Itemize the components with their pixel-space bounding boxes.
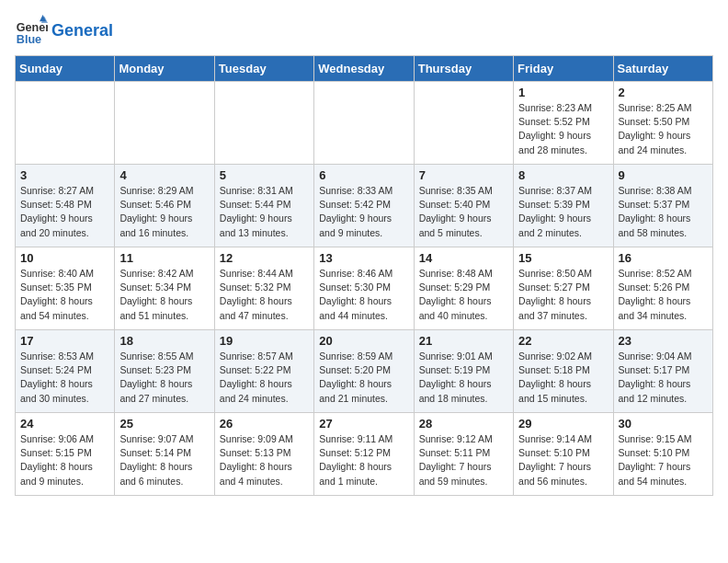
- day-info: Sunrise: 9:06 AM Sunset: 5:15 PM Dayligh…: [20, 432, 109, 488]
- calendar-week-row: 17Sunrise: 8:53 AM Sunset: 5:24 PM Dayli…: [16, 330, 713, 413]
- logo-icon: General Blue: [15, 15, 48, 48]
- calendar-cell: [414, 82, 513, 165]
- calendar-cell: 6Sunrise: 8:33 AM Sunset: 5:42 PM Daylig…: [314, 165, 414, 247]
- calendar-cell: 21Sunrise: 9:01 AM Sunset: 5:19 PM Dayli…: [414, 330, 513, 413]
- day-info: Sunrise: 9:04 AM Sunset: 5:17 PM Dayligh…: [619, 350, 708, 406]
- calendar-cell: [16, 82, 115, 165]
- calendar-cell: 10Sunrise: 8:40 AM Sunset: 5:35 PM Dayli…: [16, 247, 115, 330]
- header-sunday: Sunday: [16, 56, 115, 82]
- day-info: Sunrise: 8:38 AM Sunset: 5:37 PM Dayligh…: [619, 184, 708, 240]
- day-number: 24: [20, 417, 109, 431]
- day-info: Sunrise: 8:29 AM Sunset: 5:46 PM Dayligh…: [119, 184, 209, 240]
- calendar-cell: 7Sunrise: 8:35 AM Sunset: 5:40 PM Daylig…: [414, 165, 513, 247]
- day-number: 26: [220, 417, 309, 431]
- day-number: 5: [220, 168, 309, 182]
- calendar-cell: 8Sunrise: 8:37 AM Sunset: 5:39 PM Daylig…: [514, 165, 613, 247]
- day-number: 27: [319, 417, 408, 431]
- header-monday: Monday: [115, 56, 214, 82]
- calendar-cell: 23Sunrise: 9:04 AM Sunset: 5:17 PM Dayli…: [613, 330, 712, 413]
- day-info: Sunrise: 8:27 AM Sunset: 5:48 PM Dayligh…: [20, 184, 109, 240]
- calendar-cell: 22Sunrise: 9:02 AM Sunset: 5:18 PM Dayli…: [514, 330, 613, 413]
- day-number: 12: [220, 251, 309, 265]
- day-info: Sunrise: 8:25 AM Sunset: 5:50 PM Dayligh…: [619, 101, 708, 157]
- day-number: 21: [419, 334, 508, 348]
- calendar-cell: 12Sunrise: 8:44 AM Sunset: 5:32 PM Dayli…: [214, 247, 313, 330]
- day-info: Sunrise: 8:44 AM Sunset: 5:32 PM Dayligh…: [220, 267, 309, 323]
- header-thursday: Thursday: [414, 56, 513, 82]
- day-info: Sunrise: 8:59 AM Sunset: 5:20 PM Dayligh…: [319, 350, 408, 406]
- header-wednesday: Wednesday: [314, 56, 414, 82]
- day-number: 8: [518, 168, 608, 182]
- day-number: 4: [119, 168, 209, 182]
- calendar-table: Sunday Monday Tuesday Wednesday Thursday…: [15, 55, 713, 496]
- calendar-cell: 14Sunrise: 8:48 AM Sunset: 5:29 PM Dayli…: [414, 247, 513, 330]
- calendar-cell: 24Sunrise: 9:06 AM Sunset: 5:15 PM Dayli…: [16, 413, 115, 496]
- calendar-cell: 13Sunrise: 8:46 AM Sunset: 5:30 PM Dayli…: [314, 247, 414, 330]
- calendar-cell: 20Sunrise: 8:59 AM Sunset: 5:20 PM Dayli…: [314, 330, 414, 413]
- calendar-cell: 15Sunrise: 8:50 AM Sunset: 5:27 PM Dayli…: [514, 247, 613, 330]
- day-number: 15: [518, 251, 608, 265]
- day-number: 30: [619, 417, 708, 431]
- day-info: Sunrise: 9:07 AM Sunset: 5:14 PM Dayligh…: [119, 432, 209, 488]
- day-number: 17: [20, 334, 109, 348]
- calendar-cell: 30Sunrise: 9:15 AM Sunset: 5:10 PM Dayli…: [613, 413, 712, 496]
- day-number: 19: [220, 334, 309, 348]
- calendar-week-row: 1Sunrise: 8:23 AM Sunset: 5:52 PM Daylig…: [16, 82, 713, 165]
- calendar-cell: 27Sunrise: 9:11 AM Sunset: 5:12 PM Dayli…: [314, 413, 414, 496]
- day-info: Sunrise: 8:37 AM Sunset: 5:39 PM Dayligh…: [518, 184, 608, 240]
- calendar-cell: 25Sunrise: 9:07 AM Sunset: 5:14 PM Dayli…: [115, 413, 214, 496]
- day-number: 9: [619, 168, 708, 182]
- calendar-cell: 26Sunrise: 9:09 AM Sunset: 5:13 PM Dayli…: [214, 413, 313, 496]
- day-number: 29: [518, 417, 608, 431]
- day-info: Sunrise: 8:46 AM Sunset: 5:30 PM Dayligh…: [319, 267, 408, 323]
- calendar-cell: 17Sunrise: 8:53 AM Sunset: 5:24 PM Dayli…: [16, 330, 115, 413]
- page-header: General Blue General: [15, 15, 713, 48]
- day-number: 20: [319, 334, 408, 348]
- day-info: Sunrise: 9:02 AM Sunset: 5:18 PM Dayligh…: [518, 350, 608, 406]
- day-number: 18: [119, 334, 209, 348]
- calendar-cell: [314, 82, 414, 165]
- day-info: Sunrise: 8:40 AM Sunset: 5:35 PM Dayligh…: [20, 267, 109, 323]
- logo-text: General: [51, 22, 113, 40]
- day-info: Sunrise: 8:48 AM Sunset: 5:29 PM Dayligh…: [419, 267, 508, 323]
- day-info: Sunrise: 8:50 AM Sunset: 5:27 PM Dayligh…: [518, 267, 608, 323]
- day-number: 16: [619, 251, 708, 265]
- logo: General Blue General: [15, 15, 113, 48]
- day-number: 23: [619, 334, 708, 348]
- day-info: Sunrise: 9:14 AM Sunset: 5:10 PM Dayligh…: [518, 432, 608, 488]
- calendar-cell: 4Sunrise: 8:29 AM Sunset: 5:46 PM Daylig…: [115, 165, 214, 247]
- day-number: 14: [419, 251, 508, 265]
- calendar-cell: 5Sunrise: 8:31 AM Sunset: 5:44 PM Daylig…: [214, 165, 313, 247]
- day-info: Sunrise: 8:57 AM Sunset: 5:22 PM Dayligh…: [220, 350, 309, 406]
- calendar-cell: 11Sunrise: 8:42 AM Sunset: 5:34 PM Dayli…: [115, 247, 214, 330]
- calendar-cell: 29Sunrise: 9:14 AM Sunset: 5:10 PM Dayli…: [514, 413, 613, 496]
- header-friday: Friday: [514, 56, 613, 82]
- weekday-header-row: Sunday Monday Tuesday Wednesday Thursday…: [16, 56, 713, 82]
- calendar-cell: 3Sunrise: 8:27 AM Sunset: 5:48 PM Daylig…: [16, 165, 115, 247]
- calendar-cell: 2Sunrise: 8:25 AM Sunset: 5:50 PM Daylig…: [613, 82, 712, 165]
- calendar-cell: 16Sunrise: 8:52 AM Sunset: 5:26 PM Dayli…: [613, 247, 712, 330]
- day-number: 22: [518, 334, 608, 348]
- day-number: 28: [419, 417, 508, 431]
- day-number: 13: [319, 251, 408, 265]
- header-saturday: Saturday: [613, 56, 712, 82]
- day-info: Sunrise: 9:12 AM Sunset: 5:11 PM Dayligh…: [419, 432, 508, 488]
- calendar-cell: [115, 82, 214, 165]
- day-info: Sunrise: 8:35 AM Sunset: 5:40 PM Dayligh…: [419, 184, 508, 240]
- calendar-cell: 1Sunrise: 8:23 AM Sunset: 5:52 PM Daylig…: [514, 82, 613, 165]
- day-info: Sunrise: 8:55 AM Sunset: 5:23 PM Dayligh…: [119, 350, 209, 406]
- day-info: Sunrise: 8:33 AM Sunset: 5:42 PM Dayligh…: [319, 184, 408, 240]
- day-number: 6: [319, 168, 408, 182]
- calendar-cell: 9Sunrise: 8:38 AM Sunset: 5:37 PM Daylig…: [613, 165, 712, 247]
- day-number: 25: [119, 417, 209, 431]
- day-number: 10: [20, 251, 109, 265]
- calendar-cell: 18Sunrise: 8:55 AM Sunset: 5:23 PM Dayli…: [115, 330, 214, 413]
- calendar-week-row: 24Sunrise: 9:06 AM Sunset: 5:15 PM Dayli…: [16, 413, 713, 496]
- day-info: Sunrise: 8:42 AM Sunset: 5:34 PM Dayligh…: [119, 267, 209, 323]
- header-tuesday: Tuesday: [214, 56, 313, 82]
- calendar-cell: 19Sunrise: 8:57 AM Sunset: 5:22 PM Dayli…: [214, 330, 313, 413]
- calendar-week-row: 10Sunrise: 8:40 AM Sunset: 5:35 PM Dayli…: [16, 247, 713, 330]
- day-number: 2: [619, 86, 708, 99]
- day-info: Sunrise: 8:31 AM Sunset: 5:44 PM Dayligh…: [220, 184, 309, 240]
- day-number: 11: [119, 251, 209, 265]
